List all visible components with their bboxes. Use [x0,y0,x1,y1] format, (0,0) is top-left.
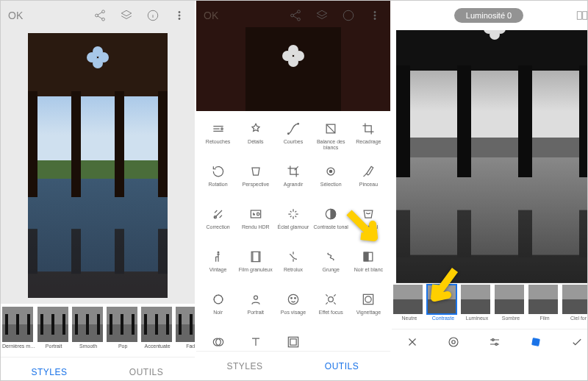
filter-film[interactable]: Film [528,285,561,329]
tool-rendu-hdr[interactable]: Rendu HDR [237,207,274,249]
tool-portrait[interactable]: Portrait [237,292,274,335]
check-icon[interactable] [570,335,584,352]
svg-point-1 [96,14,98,17]
svg-point-9 [298,18,301,21]
svg-point-4 [179,11,180,13]
tab-styles[interactable]: STYLES [1,357,98,381]
tool-retouches[interactable]: Retouches [199,121,237,164]
svg-point-15 [287,133,289,135]
share-icon [287,9,304,22]
svg-point-32 [329,297,334,302]
photo-preview[interactable] [1,30,195,304]
svg-point-16 [298,124,299,125]
tool-double-exposition[interactable]: Double exposition [199,335,237,351]
filter-label: Film [528,316,561,321]
filter-thumb [461,285,490,314]
tool-pos-visage[interactable]: Pos visage [274,292,312,335]
ok-button[interactable]: OK [8,10,23,21]
svg-point-41 [449,338,458,346]
style-item[interactable]: Fade [176,307,195,357]
tool-film-granuleux[interactable]: Film granuleux [237,249,274,292]
svg-point-34 [365,296,371,302]
card-icon[interactable] [529,335,542,352]
svg-point-19 [330,170,332,172]
tool-vignettage[interactable]: Vignettage [350,292,387,335]
more-icon [367,9,383,22]
sliders-icon[interactable] [488,335,501,352]
tool-recadrage[interactable]: Recadrage [350,121,387,164]
filter-ciel for[interactable]: Ciel for [562,285,588,329]
layers-icon[interactable] [118,9,135,22]
svg-point-14 [220,128,223,130]
screen-bw-filter: Luminosité 0 NeutreContrasteLumineuxSomb… [392,1,588,380]
tool-balance-des-blancs[interactable]: Balance des blancs [312,121,350,164]
svg-point-23 [218,252,219,253]
tool-vintage[interactable]: Vintage [199,249,237,292]
annotation-arrow [426,266,462,310]
filter-neutre[interactable]: Neutre [393,285,426,329]
svg-point-13 [374,18,376,19]
svg-point-7 [298,10,301,13]
svg-point-0 [102,10,105,13]
tool-d-tails[interactable]: Détails [237,121,274,164]
style-item[interactable]: Accentuate [141,307,173,357]
style-item[interactable]: Portrait [37,307,70,357]
tool-grunge[interactable]: Grunge [312,249,350,292]
svg-point-2 [102,18,105,21]
svg-rect-45 [532,338,539,345]
svg-point-11 [374,11,376,13]
slider-value-chip: Luminosité 0 [454,8,523,23]
svg-point-29 [288,294,298,304]
tool--clat-glamour[interactable]: Éclat glamour [274,207,312,249]
filter-sombre[interactable]: Sombre [495,285,527,329]
close-icon[interactable] [406,335,419,352]
tool-pinceau[interactable]: Pinceau [350,164,387,207]
screen-tools-sheet: OK RetouchesDétailsCourbesBalance des bl… [196,1,392,380]
tool-noir-et-blanc[interactable]: Noir et blanc [350,249,387,292]
info-icon [340,9,356,22]
filter-thumb [528,285,558,314]
svg-point-31 [295,298,296,299]
tool-texte[interactable]: Texte [237,335,274,351]
more-icon[interactable] [171,9,187,22]
tool-rotation[interactable]: Rotation [199,164,237,207]
filter-label: Neutre [393,316,426,321]
filter-label: Lumineux [461,316,493,321]
layers-icon [314,9,330,22]
tool-cadres[interactable]: Cadres [274,335,312,351]
filter-lumineux[interactable]: Lumineux [461,285,493,329]
tool-perspective[interactable]: Perspective [237,164,274,207]
style-item[interactable]: Pop [107,307,139,357]
autofix-icon[interactable] [447,335,460,352]
dimmed-background[interactable]: OK [196,1,390,111]
compare-icon[interactable] [574,9,588,22]
style-item[interactable]: Smooth [72,307,104,357]
tool-agrandir[interactable]: Agrandir [274,164,312,207]
tool-correction[interactable]: Correction [199,207,237,249]
svg-point-28 [254,296,257,299]
tab-outils[interactable]: OUTILS [293,352,390,380]
tool-effet-focus[interactable]: Effet focus [312,292,350,335]
tool-s-lection[interactable]: Sélection [312,164,350,207]
svg-point-6 [179,18,180,19]
style-item[interactable]: Dernières m… [2,307,35,357]
svg-point-30 [291,298,293,299]
bottom-tabs: STYLES OUTILS [1,357,195,381]
info-icon[interactable] [145,9,161,22]
share-icon[interactable] [92,9,108,22]
filter-thumb [495,285,524,314]
annotation-arrow [343,207,384,251]
filter-thumb [562,285,588,314]
filter-thumb [393,285,423,314]
tool-courbes[interactable]: Courbes [274,121,312,164]
photo-preview-bw[interactable] [392,30,588,283]
action-bar [392,329,588,357]
svg-point-5 [179,15,180,16]
tab-outils[interactable]: OUTILS [98,357,195,381]
bottom-tabs: STYLES OUTILS [196,351,390,380]
tool-noir[interactable]: Noir [199,292,237,335]
svg-rect-39 [577,12,581,20]
tool-r-trolux[interactable]: Rétrolux [274,249,312,292]
tab-styles[interactable]: STYLES [196,352,293,380]
styles-strip: Dernières m… Portrait Smooth Pop Accentu… [1,304,195,357]
